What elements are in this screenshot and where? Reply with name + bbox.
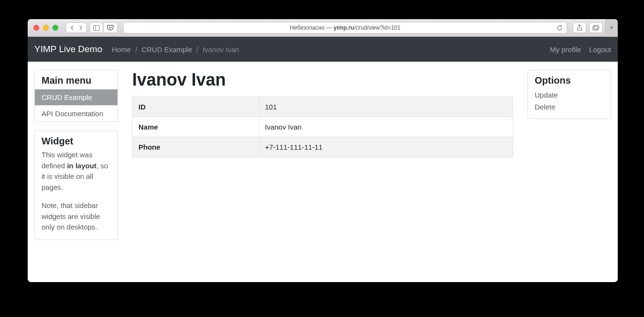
row-value-id: 101 (259, 97, 513, 117)
main-menu-card: Main menu CRUD Example API Documentation (34, 70, 118, 122)
sidebar-item-crud-example[interactable]: CRUD Example (35, 89, 117, 105)
navbar: YIMP Live Demo Home / CRUD Example / Iva… (28, 37, 618, 62)
breadcrumb-separator: / (135, 45, 137, 54)
reload-icon[interactable] (557, 25, 563, 31)
table-row: Name Ivanov Ivan (133, 117, 513, 137)
svg-rect-0 (94, 25, 100, 30)
sidebar-item-api-documentation[interactable]: API Documentation (35, 105, 117, 121)
main-column: Ivanov Ivan ID 101 Name Ivanov Ivan Phon… (132, 70, 513, 249)
title-bar: Небезопасно — yimp.ru/crud/view?id=101 + (28, 19, 618, 37)
new-tab-button[interactable]: + (605, 19, 618, 37)
options-list: Update Delete (528, 89, 611, 119)
widget-text-strong: in layout (67, 162, 96, 170)
widget-card: Widget This widget was defined in layout… (34, 131, 118, 240)
widget-text: Note, that sidebar widgets are visible o… (42, 200, 111, 233)
close-icon[interactable] (33, 25, 39, 31)
breadcrumb-current: Ivanov Ivan (202, 45, 239, 54)
tabs-icon[interactable] (589, 22, 602, 33)
options-title: Options (528, 70, 611, 89)
breadcrumb-crud[interactable]: CRUD Example (141, 45, 192, 54)
table-row: Phone +7-111-111-11-11 (133, 137, 513, 157)
browser-window: Небезопасно — yimp.ru/crud/view?id=101 +… (28, 19, 618, 282)
widget-body: This widget was defined in layout, so it… (35, 150, 117, 240)
sidebar-toggle-icon[interactable] (90, 22, 103, 33)
share-icon[interactable] (573, 22, 586, 33)
main-menu-title: Main menu (35, 70, 117, 89)
pocket-icon[interactable] (103, 22, 117, 33)
breadcrumb-separator: / (196, 45, 198, 54)
content: Main menu CRUD Example API Documentation… (28, 62, 618, 257)
window-controls (33, 25, 58, 31)
option-update[interactable]: Update (535, 89, 604, 101)
row-label-id: ID (133, 97, 259, 117)
row-value-phone: +7-111-111-11-11 (259, 137, 513, 157)
breadcrumb: Home / CRUD Example / Ivanov Ivan (112, 45, 239, 54)
nav-back-forward[interactable] (66, 22, 87, 33)
address-bar[interactable]: Небезопасно — yimp.ru/crud/view?id=101 (123, 22, 567, 33)
row-label-phone: Phone (133, 137, 259, 157)
minimize-icon[interactable] (43, 25, 49, 31)
widget-title: Widget (35, 131, 117, 150)
nav-logout[interactable]: Logout (589, 45, 611, 54)
table-row: ID 101 (133, 97, 513, 117)
right-sidebar: Options Update Delete (528, 70, 611, 249)
main-menu-list: CRUD Example API Documentation (35, 89, 117, 121)
row-value-name: Ivanov Ivan (259, 117, 513, 137)
nav-my-profile[interactable]: My profile (550, 45, 581, 54)
row-label-name: Name (133, 117, 259, 137)
brand[interactable]: YIMP Live Demo (34, 44, 102, 55)
option-delete[interactable]: Delete (535, 101, 604, 113)
left-sidebar: Main menu CRUD Example API Documentation… (34, 70, 118, 249)
address-text: Небезопасно — yimp.ru/crud/view?id=101 (290, 24, 401, 31)
maximize-icon[interactable] (53, 25, 58, 31)
breadcrumb-home[interactable]: Home (112, 45, 131, 54)
options-card: Options Update Delete (528, 70, 611, 119)
page-title: Ivanov Ivan (132, 70, 513, 90)
detail-table: ID 101 Name Ivanov Ivan Phone +7-111-111… (132, 97, 513, 157)
